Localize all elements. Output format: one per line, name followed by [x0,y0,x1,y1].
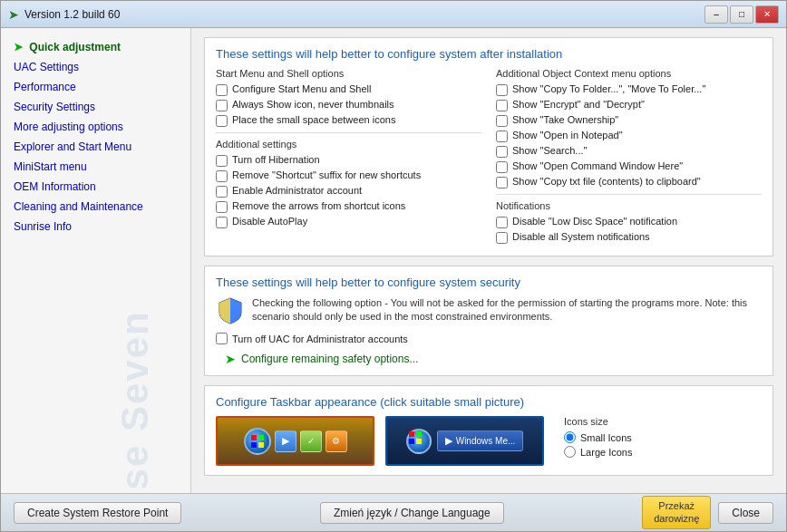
radio-large-icons: Large Icons [564,446,632,458]
checkbox-encrypt-input[interactable] [496,100,508,111]
taskbar-preview-1[interactable]: ▶ ✓ ⚙ [216,416,374,466]
checkbox-always-show-icon-input[interactable] [216,100,228,111]
main-window: ➤ Version 1.2 build 60 – □ ✕ ➤ Quick adj… [0,0,787,532]
checkbox-all-system-input[interactable] [496,232,508,244]
svg-rect-2 [251,442,257,448]
check-icon-1: ✓ [300,430,322,452]
radio-large-icons-input[interactable] [564,446,576,458]
checkbox-remove-arrows-input[interactable] [216,201,228,213]
uac-checkbox-item: Turn off UAC for Administrator accounts [216,333,762,344]
svg-rect-0 [251,435,257,440]
change-language-button[interactable]: Zmień język / Change Language [320,502,504,524]
windows-logo-2 [408,430,423,445]
taskbar-preview-2[interactable]: ▶ Windows Me... [385,416,544,466]
checkbox-place-small-space-input[interactable] [216,115,228,127]
svg-rect-7 [416,439,422,444]
sidebar-item-sunrise-info[interactable]: Sunrise Info [1,217,190,237]
taskbar2-windows-me-btn[interactable]: ▶ Windows Me... [437,430,524,451]
notifications-label: Notifications [496,200,762,211]
checkbox-shortcut-suffix-input[interactable] [216,170,228,182]
configure-safety-link[interactable]: ➤ Configure remaining safety options... [216,352,762,366]
checkbox-configure-start-input[interactable] [216,84,228,96]
icons-size-label: Icons size [564,416,632,427]
restore-point-button[interactable]: Create System Restore Point [14,502,181,524]
checkbox-copy-txt-input[interactable] [496,177,508,189]
sidebar-item-ministart-menu[interactable]: MiniStart menu [1,157,190,177]
section3-title: Configure Taskbar appearance (click suit… [216,395,762,409]
checkbox-cmd-input[interactable] [496,161,508,173]
bottom-bar: Create System Restore Point Zmień język … [1,493,786,531]
sidebar-watermark: Sunrise Seven [113,310,157,493]
checkbox-search: Show "Search..." [496,145,762,158]
checkbox-turn-off-hibernation: Turn off Hibernation [216,154,481,167]
radio-small-icons-input[interactable] [564,431,576,443]
section1-columns: Start Menu and Shell options Configure S… [216,68,762,247]
section-divider-1 [216,132,481,133]
svg-rect-1 [258,435,264,440]
donate-button[interactable]: Przekaż darowiznę [642,496,711,528]
sidebar-item-performance[interactable]: Performance [1,77,190,97]
icons-size-box: Icons size Small Icons Large Icons [564,416,632,460]
context-menu-label: Additional Object Context menu options [496,68,762,79]
section1-left-col: Start Menu and Shell options Configure S… [216,68,481,247]
checkbox-encrypt-decrypt: Show "Encrypt" and "Decrypt" [496,99,762,111]
checkbox-always-show-icon: Always Show icon, never thumbnails [216,99,481,111]
section2-title: These settings will help better to confi… [216,276,762,289]
sidebar-item-cleaning-maintenance[interactable]: Cleaning and Maintenance [1,197,190,217]
checkbox-autoplay-input[interactable] [216,217,228,228]
window-title: Version 1.2 build 60 [24,8,704,21]
taskbar-previews: ▶ ✓ ⚙ [216,416,762,466]
windows-logo-1 [250,434,265,449]
uac-body: Checking the following option - You will… [216,296,762,325]
sidebar-item-explorer-start[interactable]: Explorer and Start Menu [1,137,190,157]
title-bar: ➤ Version 1.2 build 60 – □ ✕ [1,1,786,28]
section-installation: These settings will help better to confi… [204,37,773,256]
checkbox-take-ownership: Show "Take Ownership" [496,114,762,127]
section1-title: These settings will help better to confi… [216,47,762,61]
settings-icon-1: ⚙ [325,430,347,452]
svg-rect-5 [416,431,422,437]
checkbox-ownership-input[interactable] [496,115,508,127]
close-button[interactable]: Close [718,502,773,524]
taskbar-preview-1-inner: ▶ ✓ ⚙ [244,428,347,455]
checkbox-enable-admin-input[interactable] [216,186,228,198]
section-taskbar: Configure Taskbar appearance (click suit… [204,385,773,476]
media-icon-1: ▶ [275,430,296,452]
minimize-button[interactable]: – [704,5,728,24]
sidebar-item-more-adjusting[interactable]: More adjusting options [1,117,190,137]
checkbox-search-input[interactable] [496,146,508,158]
taskbar-start-btn-1 [244,428,271,455]
checkbox-open-notepad: Show "Open in Notepad" [496,130,762,142]
taskbar-start-btn-2 [406,429,432,454]
svg-rect-4 [409,431,414,437]
checkbox-enable-admin: Enable Administrator account [216,185,481,198]
checkbox-notepad-input[interactable] [496,131,508,142]
taskbar-preview-2-inner: ▶ Windows Me... [406,429,524,454]
section1-right-col: Additional Object Context menu options S… [496,68,762,247]
maximize-button[interactable]: □ [730,5,753,24]
bottom-right-controls: Przekaż darowiznę Close [642,496,773,528]
uac-checkbox-input[interactable] [216,333,228,344]
checkbox-disable-all-system: Disable all System notifications [496,231,762,244]
window-controls: – □ ✕ [704,5,779,24]
checkbox-place-small-space: Place the small space between icons [216,114,481,127]
checkbox-copy-txt: Show "Copy txt file (contents) to clipbo… [496,176,762,189]
start-menu-label: Start Menu and Shell options [216,68,481,79]
checkbox-remove-arrows: Remove the arrows from shortcut icons [216,200,481,213]
checkbox-copy-folder-input[interactable] [496,84,508,96]
sidebar-item-quick-adjustment[interactable]: ➤ Quick adjustment [1,37,190,57]
checkbox-low-disc-input[interactable] [496,217,508,228]
sidebar-item-oem-information[interactable]: OEM Information [1,177,190,197]
arrow-icon: ➤ [14,41,25,53]
checkbox-configure-start: Configure Start Menu and Shell [216,83,481,96]
additional-label: Additional settings [216,139,481,150]
sidebar-item-security-settings[interactable]: Security Settings [1,97,190,117]
uac-shield-icon [216,296,245,325]
main-content: ➤ Quick adjustment UAC Settings Performa… [1,28,786,493]
sidebar: ➤ Quick adjustment UAC Settings Performa… [1,28,191,493]
app-icon: ➤ [8,7,19,22]
checkbox-disable-low-disc: Disable "Low Disc Space" notification [496,216,762,228]
checkbox-hibernation-input[interactable] [216,155,228,167]
sidebar-item-uac-settings[interactable]: UAC Settings [1,57,190,77]
close-window-button[interactable]: ✕ [755,5,779,24]
